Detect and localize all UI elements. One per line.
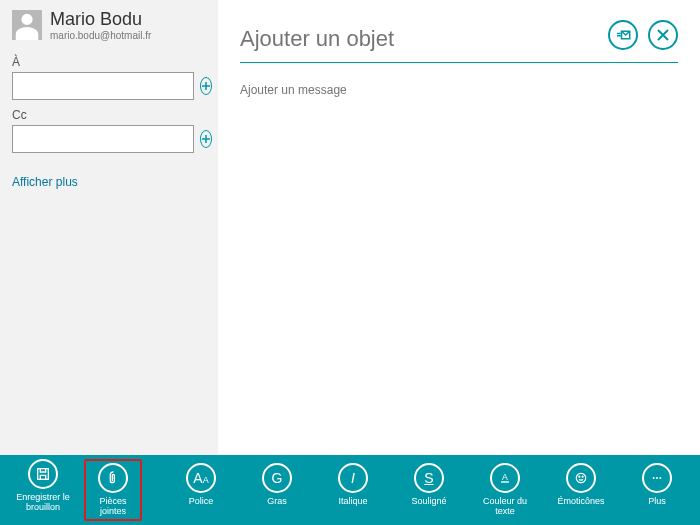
- text-color-icon: A: [490, 463, 520, 493]
- font-icon: AA: [186, 463, 216, 493]
- bold-icon: G: [262, 463, 292, 493]
- svg-text:A: A: [502, 472, 508, 482]
- svg-rect-1: [38, 469, 49, 480]
- close-button[interactable]: [648, 20, 678, 50]
- message-body-input[interactable]: [240, 83, 678, 293]
- add-cc-recipient-button[interactable]: [200, 130, 212, 148]
- to-input[interactable]: [12, 72, 194, 100]
- text-color-button[interactable]: A Couleur du texte: [476, 463, 534, 517]
- save-draft-button[interactable]: Enregistrer le brouillon: [14, 459, 72, 521]
- svg-point-7: [653, 477, 655, 479]
- cc-input[interactable]: [12, 125, 194, 153]
- more-icon: [642, 463, 672, 493]
- paperclip-icon: [98, 463, 128, 493]
- svg-rect-3: [501, 481, 509, 482]
- send-button[interactable]: [608, 20, 638, 50]
- emoticons-button[interactable]: Émoticônes: [552, 463, 610, 517]
- show-more-link[interactable]: Afficher plus: [12, 175, 78, 189]
- bold-button[interactable]: G Gras: [248, 463, 306, 517]
- italic-icon: I: [338, 463, 368, 493]
- svg-point-8: [656, 477, 658, 479]
- app-bar: Enregistrer le brouillon Pièces jointes …: [0, 455, 700, 525]
- more-button[interactable]: Plus: [628, 463, 686, 517]
- svg-point-4: [576, 473, 585, 482]
- emoticon-icon: [566, 463, 596, 493]
- underline-button[interactable]: S Souligné: [400, 463, 458, 517]
- compose-sidebar: Mario Bodu mario.bodu@hotmail.fr À Cc Af…: [0, 0, 218, 455]
- cc-label: Cc: [12, 108, 206, 122]
- compose-body-panel: [218, 0, 700, 455]
- svg-point-5: [579, 476, 580, 477]
- attachments-button[interactable]: Pièces jointes: [84, 459, 142, 521]
- underline-icon: S: [414, 463, 444, 493]
- add-to-recipient-button[interactable]: [200, 77, 212, 95]
- sender-row: Mario Bodu mario.bodu@hotmail.fr: [12, 10, 206, 41]
- to-label: À: [12, 55, 206, 69]
- sender-name: Mario Bodu: [50, 10, 151, 30]
- svg-point-6: [582, 476, 583, 477]
- save-icon: [28, 459, 58, 489]
- avatar: [12, 10, 42, 40]
- sender-email: mario.bodu@hotmail.fr: [50, 30, 151, 41]
- font-button[interactable]: AA Police: [172, 463, 230, 517]
- subject-underline: [240, 62, 678, 63]
- italic-button[interactable]: I Italique: [324, 463, 382, 517]
- svg-point-9: [659, 477, 661, 479]
